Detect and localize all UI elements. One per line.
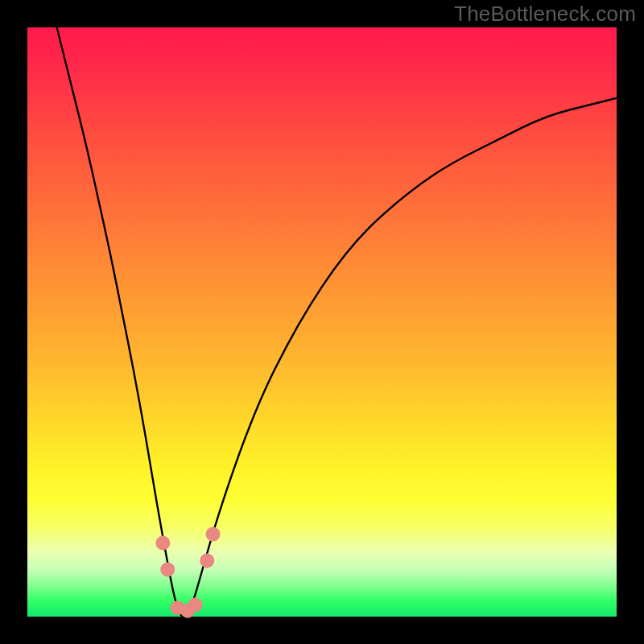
marker-right-lower <box>200 553 214 568</box>
marker-right-upper <box>206 527 221 542</box>
bottleneck-chart <box>0 0 644 644</box>
marker-left-upper <box>155 536 170 551</box>
gradient-background <box>27 27 617 617</box>
chart-frame: TheBottleneck.com <box>0 0 644 644</box>
marker-left-lower <box>160 562 175 576</box>
marker-bottom-3 <box>188 597 203 612</box>
watermark-text: TheBottleneck.com <box>454 2 636 27</box>
